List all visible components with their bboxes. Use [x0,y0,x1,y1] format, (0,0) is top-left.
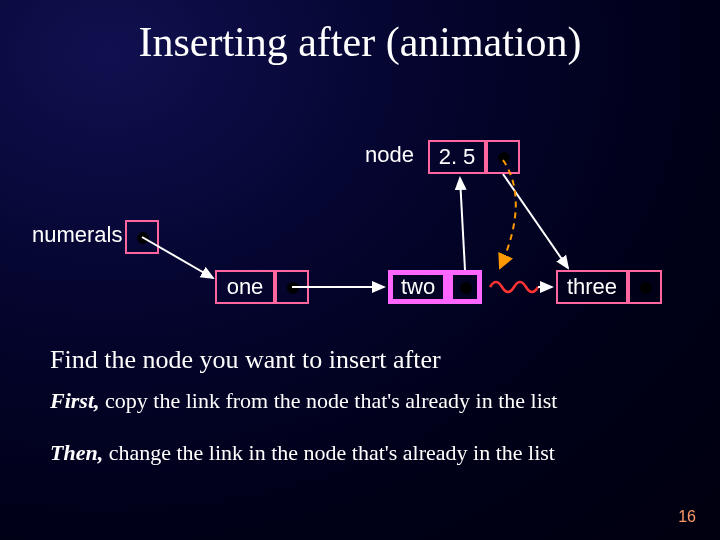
svg-line-2 [460,178,465,270]
label-node: node [365,142,414,168]
node-one-value: one [215,270,275,304]
node-one-ptr [275,270,309,304]
svg-line-3 [503,174,568,268]
slide-title: Inserting after (animation) [0,18,720,66]
text-first: First, copy the link from the node that'… [50,388,680,414]
node-three-ptr [628,270,662,304]
text-first-label: First, [50,388,100,413]
page-number: 16 [678,508,696,526]
text-then-rest: change the link in the node that's alrea… [103,440,555,465]
node-two-value: two [388,270,448,304]
text-find: Find the node you want to insert after [50,345,680,375]
numerals-ptr [125,220,159,254]
dot-icon [640,282,652,294]
node-three-value: three [556,270,628,304]
dot-icon [287,282,299,294]
dot-icon [460,282,472,294]
slide: Inserting after (animation) node 2. 5 nu… [0,0,720,540]
label-numerals: numerals [32,222,122,248]
text-then-label: Then, [50,440,103,465]
node-new-ptr [486,140,520,174]
text-then: Then, change the link in the node that's… [50,440,680,466]
dot-icon [137,232,149,244]
node-two-ptr [448,270,482,304]
node-new-value: 2. 5 [428,140,486,174]
dot-icon [498,152,510,164]
text-first-rest: copy the link from the node that's alrea… [100,388,558,413]
